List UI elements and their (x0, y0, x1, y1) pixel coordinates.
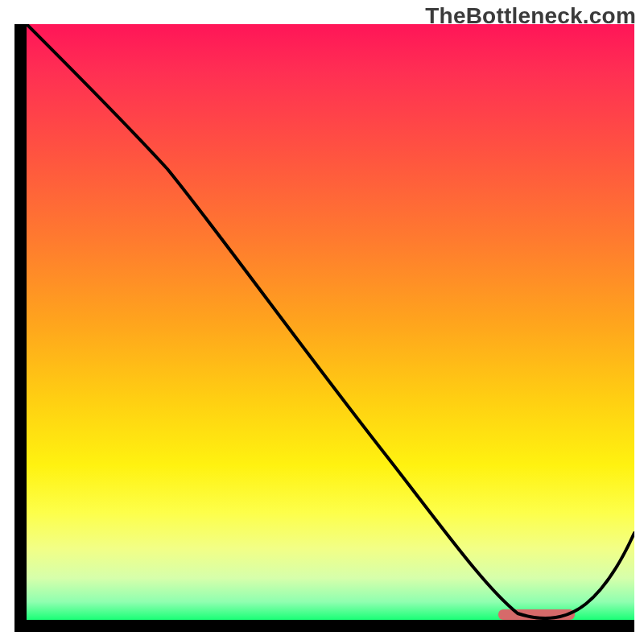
chart-stage: TheBottleneck.com (0, 0, 644, 644)
y-axis (14, 24, 27, 632)
chart-overlay (27, 24, 634, 620)
plot-area (27, 24, 634, 620)
x-axis (14, 620, 634, 632)
bottleneck-curve (27, 24, 634, 618)
